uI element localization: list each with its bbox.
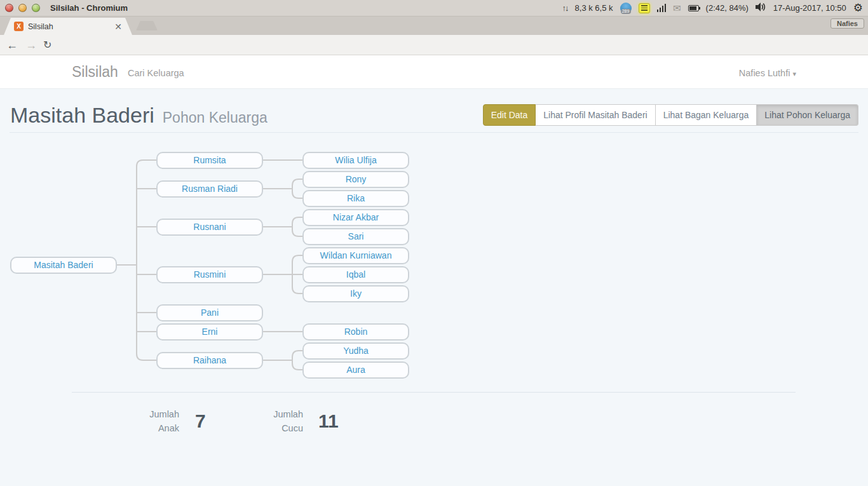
tree-node[interactable]: Masitah Baderi bbox=[10, 257, 117, 274]
tab-close-icon[interactable]: ✕ bbox=[114, 22, 122, 31]
window-close-button[interactable] bbox=[5, 4, 13, 12]
page-title: Masitah Baderi bbox=[10, 103, 154, 128]
network-rate: 8,3 k 6,5 k bbox=[575, 3, 613, 13]
browser-tab-strip: X Silsilah ✕ Nafies bbox=[0, 17, 868, 35]
clock[interactable]: 17-Aug-2017, 10:50 bbox=[773, 3, 846, 13]
volume-icon[interactable] bbox=[756, 3, 766, 13]
footer-divider bbox=[72, 392, 796, 393]
desktop: Silsilah - Chromium ↑↓ 8,3 k 6,5 k 289 ✉… bbox=[0, 0, 868, 486]
tree-node[interactable]: Wildan Kurniawan bbox=[302, 247, 409, 264]
notes-indicator-icon[interactable] bbox=[639, 3, 650, 13]
back-icon[interactable]: ← bbox=[6, 37, 18, 53]
chevron-down-icon: ▾ bbox=[792, 70, 796, 78]
app-navbar: Silsilah Cari Keluarga Nafies Luthfi ▾ bbox=[0, 55, 868, 89]
browser-tab[interactable]: X Silsilah ✕ bbox=[4, 18, 132, 35]
window-maximize-button[interactable] bbox=[32, 4, 40, 12]
browser-profile-button[interactable]: Nafies bbox=[831, 18, 864, 29]
tree-node[interactable]: Rusmini bbox=[156, 266, 263, 283]
tab-title: Silsilah bbox=[28, 22, 111, 31]
tree-node[interactable]: Robin bbox=[302, 323, 409, 341]
stat-label-cucu: JumlahCucu bbox=[248, 407, 303, 436]
browser-toolbar: ← → ↻ ⓘ localhost /lv/riset/2017/silsila… bbox=[0, 35, 868, 55]
battery-icon[interactable] bbox=[688, 5, 699, 11]
edit-data-button[interactable]: Edit Data bbox=[483, 104, 536, 126]
user-menu-label: Nafies Luthfi bbox=[739, 68, 790, 78]
lihat-profil-button[interactable]: Lihat Profil Masitah Baderi bbox=[536, 104, 655, 126]
window-title: Silsilah - Chromium bbox=[50, 3, 128, 13]
app-indicator-icon[interactable]: 289 bbox=[620, 3, 632, 14]
page-header: Masitah Baderi Pohon Keluarga bbox=[10, 103, 268, 128]
tree-node[interactable]: Rika bbox=[302, 190, 409, 207]
user-menu[interactable]: Nafies Luthfi ▾ bbox=[739, 68, 796, 78]
tree-node[interactable]: Sari bbox=[302, 228, 409, 245]
stat-value-cucu: 11 bbox=[318, 410, 339, 432]
system-tray: ↑↓ 8,3 k 6,5 k 289 ✉ (2:42, 84%) 17-Aug-… bbox=[562, 3, 868, 14]
tree-node[interactable]: Rony bbox=[302, 171, 409, 188]
tree-node[interactable]: Nizar Akbar bbox=[302, 209, 409, 226]
indicator-badge: 289 bbox=[621, 9, 631, 14]
page-subtitle: Pohon Keluarga bbox=[163, 109, 268, 126]
tree-node[interactable]: Yudha bbox=[302, 342, 409, 360]
reload-icon[interactable]: ↻ bbox=[43, 37, 51, 53]
tree-node[interactable]: Wilia Ulfija bbox=[302, 152, 409, 169]
tree-node[interactable]: Raihana bbox=[156, 352, 263, 369]
tree-node[interactable]: Iqbal bbox=[302, 266, 409, 283]
tree-node[interactable]: Rumsita bbox=[156, 152, 263, 169]
tree-node[interactable]: Pani bbox=[156, 304, 263, 321]
header-divider bbox=[10, 132, 858, 133]
nav-cari-keluarga[interactable]: Cari Keluarga bbox=[128, 68, 184, 78]
window-minimize-button[interactable] bbox=[18, 4, 27, 12]
network-updown-icon[interactable]: ↑↓ bbox=[562, 3, 568, 13]
tree-node[interactable]: Rusnani bbox=[156, 219, 263, 236]
app-brand[interactable]: Silsilah bbox=[72, 64, 118, 81]
forward-icon[interactable]: → bbox=[25, 37, 37, 53]
tree-node[interactable]: Aura bbox=[302, 361, 409, 379]
tree-node[interactable]: Iky bbox=[302, 285, 409, 302]
signal-strength-icon[interactable] bbox=[657, 4, 667, 12]
tree-node[interactable]: Erni bbox=[156, 323, 263, 341]
stat-label-anak: JumlahAnak bbox=[125, 407, 179, 436]
tree-node[interactable]: Rusman Riadi bbox=[156, 180, 263, 198]
mail-indicator-icon[interactable]: ✉ bbox=[673, 3, 681, 13]
stat-value-anak: 7 bbox=[195, 410, 206, 432]
session-gear-icon[interactable]: ⚙ bbox=[853, 3, 863, 13]
battery-status: (2:42, 84%) bbox=[706, 3, 749, 13]
system-panel: Silsilah - Chromium ↑↓ 8,3 k 6,5 k 289 ✉… bbox=[0, 0, 868, 17]
lihat-bagan-button[interactable]: Lihat Bagan Keluarga bbox=[656, 104, 757, 126]
lihat-pohon-button[interactable]: Lihat Pohon Keluarga bbox=[757, 104, 858, 126]
xampp-favicon-icon: X bbox=[14, 22, 24, 31]
action-button-group: Edit Data Lihat Profil Masitah Baderi Li… bbox=[483, 104, 858, 126]
new-tab-button[interactable] bbox=[136, 21, 158, 30]
